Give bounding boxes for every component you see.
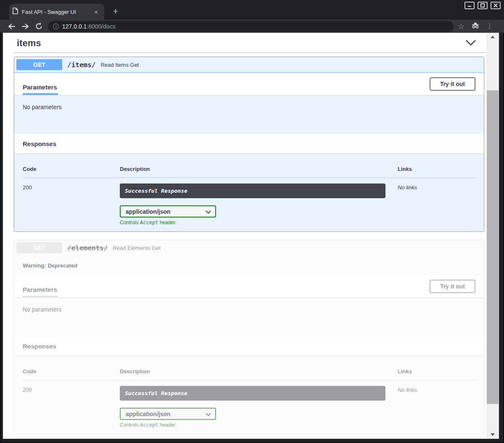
reload-button[interactable] xyxy=(32,23,45,30)
column-description: Description xyxy=(120,166,398,172)
tab-parameters[interactable]: Parameters xyxy=(23,84,58,95)
endpoint-path: /items/ xyxy=(62,61,100,69)
window-controls xyxy=(464,2,501,9)
page-viewport: items GET /items/ Read Items Get Paramet… xyxy=(3,33,499,439)
deprecated-warning: Warning: Deprecated xyxy=(14,255,484,275)
maximize-button[interactable] xyxy=(478,2,488,9)
bookmark-star-icon[interactable]: ☆ xyxy=(458,23,464,30)
response-description-cell: Successful Response application/json Con… xyxy=(120,386,398,428)
url-text: 127.0.0.1:8000/docs xyxy=(62,23,116,30)
responses-header: Responses xyxy=(14,336,484,356)
browser-tab[interactable]: Fast API - Swagger UI × xyxy=(9,4,104,20)
endpoint-summary: Read Elements Get xyxy=(113,245,160,251)
select-chevron-icon xyxy=(206,411,211,417)
response-description-box: Successful Response xyxy=(120,386,385,401)
toolbar-actions: ☆ ⋮ xyxy=(458,22,491,31)
minimize-button[interactable] xyxy=(464,2,475,9)
tab-parameters[interactable]: Parameters xyxy=(23,286,58,297)
forward-button[interactable] xyxy=(18,23,32,30)
response-description-box: Successful Response xyxy=(120,183,385,198)
responses-title: Responses xyxy=(23,140,56,147)
method-badge: GET xyxy=(16,242,62,253)
window-titlebar: Fast API - Swagger UI × + xyxy=(0,0,504,20)
opblock-get-elements-deprecated: GET /elements/ Read Elements Get Warning… xyxy=(14,240,484,434)
column-code: Code xyxy=(23,166,120,172)
chevron-down-icon[interactable] xyxy=(465,39,476,47)
responses-title: Responses xyxy=(23,343,56,350)
response-code: 200 xyxy=(23,183,120,225)
response-description-cell: Successful Response application/json Con… xyxy=(120,183,398,225)
column-links: Links xyxy=(398,166,475,172)
new-tab-button[interactable]: + xyxy=(110,7,121,18)
parameters-header: Parameters Try it out xyxy=(14,275,484,297)
incognito-icon xyxy=(471,22,480,31)
site-info-icon[interactable]: ⓘ xyxy=(53,24,59,29)
responses-table: Code Description Links 200 Successful Re… xyxy=(14,153,484,231)
scrollbar-thumb[interactable] xyxy=(487,90,499,404)
response-links: No links xyxy=(398,386,475,428)
endpoint-path: /elements/ xyxy=(62,244,113,252)
opblock-get-items: GET /items/ Read Items Get Parameters Tr… xyxy=(14,57,484,232)
responses-header: Responses xyxy=(14,134,484,153)
response-row: 200 Successful Response application/json… xyxy=(23,178,475,225)
back-button[interactable] xyxy=(5,23,18,30)
response-links: No links xyxy=(398,183,475,225)
no-parameters-text: No parameters xyxy=(14,297,484,336)
address-bar[interactable]: ⓘ 127.0.0.1:8000/docs xyxy=(48,21,454,32)
close-button[interactable] xyxy=(491,2,501,9)
browser-menu-icon[interactable]: ⋮ xyxy=(486,25,491,28)
tag-section-header[interactable]: items xyxy=(14,37,486,53)
page-favicon-icon xyxy=(13,8,18,16)
method-badge: GET xyxy=(16,59,62,70)
tab-title: Fast API - Swagger UI xyxy=(22,9,92,15)
responses-table-head: Code Description Links xyxy=(23,368,475,380)
endpoint-summary: Read Items Get xyxy=(100,62,139,68)
try-it-out-button[interactable]: Try it out xyxy=(430,77,475,91)
try-it-out-button[interactable]: Try it out xyxy=(430,280,475,293)
column-links: Links xyxy=(398,368,475,375)
tab-close-icon[interactable]: × xyxy=(92,8,100,16)
swagger-content: items GET /items/ Read Items Get Paramet… xyxy=(3,33,486,439)
accept-header-note: Controls Accept header. xyxy=(120,422,398,428)
column-code: Code xyxy=(23,368,120,375)
media-type-select[interactable]: application/json xyxy=(120,408,216,420)
tag-title: items xyxy=(17,38,41,49)
responses-table-head: Code Description Links xyxy=(23,166,475,178)
scroll-up-arrow[interactable] xyxy=(486,34,499,40)
opblock-summary[interactable]: GET /items/ Read Items Get xyxy=(14,57,484,73)
column-description: Description xyxy=(120,368,398,375)
scroll-down-arrow[interactable] xyxy=(486,431,499,438)
page-scrollbar[interactable] xyxy=(486,33,499,439)
response-row: 200 Successful Response application/json… xyxy=(23,380,475,428)
parameters-header: Parameters Try it out xyxy=(14,73,484,95)
media-type-select[interactable]: application/json xyxy=(120,205,216,218)
response-code: 200 xyxy=(23,386,120,428)
no-parameters-text: No parameters xyxy=(14,95,484,134)
responses-table: Code Description Links 200 Successful Re… xyxy=(14,356,484,434)
browser-toolbar: ⓘ 127.0.0.1:8000/docs ☆ ⋮ xyxy=(0,20,504,33)
media-type-value: application/json xyxy=(126,208,171,215)
opblock-summary[interactable]: GET /elements/ Read Elements Get xyxy=(14,240,484,255)
media-type-value: application/json xyxy=(126,411,171,417)
accept-header-note: Controls Accept header. xyxy=(120,220,398,225)
select-chevron-icon xyxy=(206,208,211,215)
